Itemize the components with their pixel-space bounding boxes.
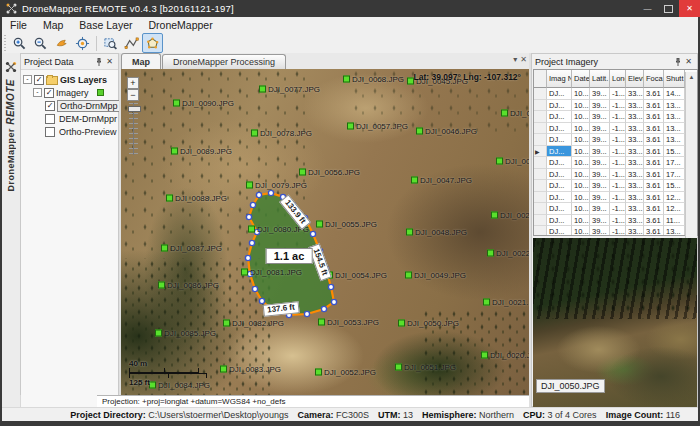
- image-marker[interactable]: DJI_0024: [496, 157, 529, 166]
- row-selector[interactable]: ▶: [534, 192, 547, 204]
- table-row[interactable]: ▶ DJ... 10... 39... -1... 33... 3.61 13.…: [534, 111, 697, 123]
- collapse-icon[interactable]: -: [33, 88, 42, 97]
- image-marker[interactable]: DJI_0057.JPG: [347, 122, 408, 131]
- tree-root-gis-layers[interactable]: - ✓ GIS Layers: [23, 73, 116, 86]
- close-icon[interactable]: ✕: [520, 55, 527, 64]
- image-marker[interactable]: DJI_0056.JPG: [299, 168, 360, 177]
- tree-layer-item[interactable]: ✓ Ortho-Preview: [45, 125, 116, 138]
- image-marker[interactable]: DJI_0047.JPG: [411, 176, 472, 185]
- resize-grip[interactable]: [686, 410, 695, 419]
- column-header[interactable]: Imag Nam: [547, 70, 572, 88]
- zoom-out-button[interactable]: [30, 33, 51, 53]
- row-selector[interactable]: ▶: [534, 203, 547, 215]
- image-marker[interactable]: DJI_0021.JPG: [483, 298, 529, 307]
- layer-checkbox[interactable]: ✓: [45, 101, 55, 111]
- pan-button[interactable]: [51, 33, 72, 53]
- image-marker[interactable]: DJI_0078.JPG: [251, 129, 312, 138]
- image-marker[interactable]: DJI_0077.JPG: [259, 85, 320, 94]
- image-marker[interactable]: DJI_0049.JPG: [405, 271, 466, 280]
- table-row[interactable]: ▶ DJ... 10... 39... -1... 33... 3.61 17.…: [534, 157, 697, 169]
- close-button[interactable]: ✕: [679, 0, 700, 17]
- cell-image-name[interactable]: DJ...: [547, 192, 572, 204]
- image-marker[interactable]: DJI_0050.JPG: [398, 319, 459, 328]
- menu-item[interactable]: DroneMapper: [140, 17, 220, 33]
- cell-image-name[interactable]: DJ...: [547, 180, 572, 192]
- measure-polygon-svg[interactable]: [121, 69, 529, 395]
- image-marker[interactable]: DJI_0086.JPG: [158, 281, 219, 290]
- row-selector[interactable]: ▶: [534, 100, 547, 112]
- measure-distance-button[interactable]: [121, 33, 142, 53]
- zoom-extent-button[interactable]: [72, 33, 93, 53]
- cell-image-name[interactable]: DJ...: [547, 215, 572, 227]
- table-row[interactable]: ▶ DJ... 10... 39... -1... 33... 3.61 15.…: [534, 146, 697, 158]
- cell-image-name[interactable]: DJ...: [547, 203, 572, 215]
- column-header[interactable]: Elevt: [626, 70, 644, 88]
- table-row[interactable]: ▶ DJ... 10... 39... -1... 33... 3.61 13.…: [534, 100, 697, 112]
- table-row[interactable]: ▶ DJ... 10... 39... -1... 33... 3.61 15.…: [534, 180, 697, 192]
- row-selector[interactable]: ▶: [534, 180, 547, 192]
- table-row[interactable]: ▶ DJ... 10... 39... -1... 33... 3.61 13.…: [534, 134, 697, 146]
- image-marker[interactable]: DJI_0089.JPG: [171, 147, 232, 156]
- cell-image-name[interactable]: DJ...: [547, 226, 572, 236]
- row-selector[interactable]: ▶: [534, 215, 547, 227]
- scroll-up-icon[interactable]: ▲: [686, 72, 697, 82]
- column-header[interactable]: Latit.: [590, 70, 610, 88]
- menu-item[interactable]: Map: [35, 17, 71, 33]
- image-marker[interactable]: DJI_0051.JPG: [395, 363, 456, 372]
- image-marker[interactable]: DJI_0052.JPG: [315, 368, 376, 377]
- close-icon[interactable]: ✕: [104, 56, 115, 67]
- menu-item[interactable]: File: [2, 17, 35, 33]
- row-selector[interactable]: ▶: [534, 169, 547, 181]
- column-header[interactable]: Shutt Spee: [664, 70, 685, 88]
- zoom-slider[interactable]: [129, 103, 138, 155]
- cell-image-name[interactable]: DJ...: [547, 111, 572, 123]
- image-marker[interactable]: DJI_0081.JPG: [241, 268, 302, 277]
- tree-group-imagery[interactable]: - ✓ Imagery: [33, 86, 116, 99]
- cell-image-name[interactable]: DJ...: [547, 157, 572, 169]
- image-marker[interactable]: DJI_0053.JPG: [318, 318, 379, 327]
- zoom-out-map-button[interactable]: −: [127, 89, 139, 101]
- image-marker[interactable]: DJI_0088.JPG: [166, 194, 227, 203]
- toolbar-grip[interactable]: [4, 35, 6, 51]
- image-marker[interactable]: DJI_0082.JPG: [223, 319, 284, 328]
- layer-checkbox[interactable]: ✓: [45, 127, 55, 137]
- checkbox-checked-icon[interactable]: ✓: [44, 88, 54, 98]
- cell-image-name[interactable]: DJ...: [547, 88, 572, 100]
- image-marker[interactable]: DJI_002: [501, 109, 529, 118]
- cell-image-name[interactable]: DJ...: [547, 134, 572, 146]
- tree-layer-item[interactable]: ✓ Ortho-DrnMpp: [45, 99, 116, 112]
- zoom-slider-thumb[interactable]: [128, 106, 141, 112]
- tree-layer-item[interactable]: ✓ DEM-DrnMppr: [45, 112, 116, 125]
- row-selector[interactable]: ▶: [534, 123, 547, 135]
- table-row[interactable]: ▶ DJ... 10... 39... -1... 33... 3.61 12.…: [534, 192, 697, 204]
- row-selector[interactable]: ▶: [534, 226, 547, 236]
- row-selector[interactable]: ▶: [534, 157, 547, 169]
- table-row[interactable]: ▶ DJ... 10... 39... -1... 33... 3.61 17.…: [534, 169, 697, 181]
- column-header[interactable]: Foca Leng: [644, 70, 664, 88]
- close-icon[interactable]: ✕: [683, 56, 694, 67]
- image-marker[interactable]: DJI_0048.JPG: [406, 228, 467, 237]
- pin-icon[interactable]: [672, 56, 683, 67]
- image-marker[interactable]: DJI_0055.JPG: [316, 220, 377, 229]
- zoom-in-button[interactable]: [9, 33, 30, 53]
- image-marker[interactable]: DJI_0023.J: [491, 211, 529, 220]
- row-selector[interactable]: ▶: [534, 146, 547, 158]
- table-row[interactable]: ▶ DJ... 10... 39... -1... 33... 3.61 13.…: [534, 123, 697, 135]
- image-marker[interactable]: DJI_0090.JPG: [173, 99, 234, 108]
- layer-checkbox[interactable]: ✓: [45, 114, 55, 124]
- map-viewport[interactable]: DJI_0090.JPG DJI_0077.JPG DJI_0068.JPG D…: [121, 69, 529, 395]
- image-marker[interactable]: DJI_0022.JP: [487, 249, 529, 258]
- table-row[interactable]: ▶ DJ... 10... 39... -1... 33... 3.61 14.…: [534, 88, 697, 100]
- cell-image-name[interactable]: DJ...: [547, 123, 572, 135]
- image-marker[interactable]: DJI_0020.JPG: [481, 351, 529, 360]
- menu-item[interactable]: Base Layer: [71, 17, 140, 33]
- column-header[interactable]: [534, 70, 547, 88]
- image-marker[interactable]: DJI_0087.JPG: [161, 244, 222, 253]
- collapse-icon[interactable]: -: [23, 75, 32, 84]
- image-marker[interactable]: DJI_0046.JPG: [416, 127, 477, 136]
- table-row[interactable]: ▶ DJ... 10... 39... -1... 33... 3.61 12.…: [534, 203, 697, 215]
- row-selector[interactable]: ▶: [534, 111, 547, 123]
- image-marker[interactable]: DJI_0079.JPG: [246, 181, 307, 190]
- row-selector[interactable]: ▶: [534, 88, 547, 100]
- chevron-down-icon[interactable]: ▾: [513, 55, 517, 64]
